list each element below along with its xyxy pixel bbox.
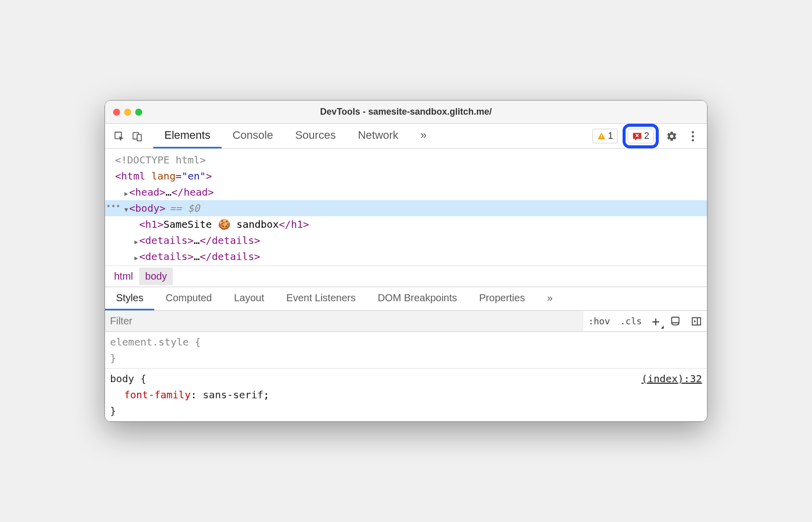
dom-doctype[interactable]: <!DOCTYPE html> (105, 152, 707, 168)
tab-sources[interactable]: Sources (284, 124, 347, 148)
tab-more[interactable]: » (410, 124, 438, 148)
more-menu-icon[interactable] (685, 128, 701, 144)
window-titlebar: DevTools - samesite-sandbox.glitch.me/ (105, 101, 707, 124)
styles-rules: element.style { } (index):32 body { font… (105, 332, 707, 421)
devtools-window: DevTools - samesite-sandbox.glitch.me/ E… (105, 100, 707, 422)
tab-computed[interactable]: Computed (154, 287, 223, 310)
tab-properties[interactable]: Properties (468, 287, 536, 310)
breadcrumb-body[interactable]: body (139, 268, 173, 285)
expand-arrow-icon[interactable]: ▶ (133, 253, 139, 263)
inspect-element-icon[interactable] (111, 128, 127, 144)
svg-rect-3 (601, 135, 602, 137)
svg-point-5 (692, 131, 694, 133)
main-tabs: Elements Console Sources Network » (153, 124, 590, 148)
traffic-lights (105, 109, 142, 116)
svg-point-7 (692, 139, 694, 141)
styles-tabs: Styles Computed Layout Event Listeners D… (105, 287, 707, 311)
dom-details-2[interactable]: ▶<details>…</details> (105, 248, 707, 265)
tab-console[interactable]: Console (222, 124, 284, 148)
maximize-window-button[interactable] (135, 109, 142, 116)
overflow-dots-icon[interactable]: ••• (106, 200, 121, 213)
dom-html-open[interactable]: <html lang="en"> (105, 168, 707, 184)
css-property-name[interactable]: font-family (124, 389, 190, 401)
styles-filter-row: :hov .cls +◢ (105, 311, 707, 332)
settings-icon[interactable] (664, 128, 680, 144)
rule-body[interactable]: (index):32 body { font-family: sans-seri… (105, 369, 707, 421)
css-property-value[interactable]: sans-serif (203, 389, 263, 401)
dom-body-open[interactable]: •••▼<body>== $0 (105, 200, 707, 216)
warnings-count: 1 (608, 131, 613, 141)
close-window-button[interactable] (113, 109, 120, 116)
tab-layout[interactable]: Layout (223, 287, 275, 310)
collapse-arrow-icon[interactable]: ▼ (123, 205, 129, 215)
tab-elements[interactable]: Elements (153, 124, 222, 148)
styles-filter-input[interactable] (105, 311, 583, 331)
expand-arrow-icon[interactable]: ▶ (123, 189, 129, 199)
svg-rect-9 (692, 317, 701, 325)
tab-event-listeners[interactable]: Event Listeners (275, 287, 367, 310)
dom-h1[interactable]: <h1>SameSite 🍪 sandbox</h1> (105, 216, 707, 232)
rule-source-link[interactable]: (index):32 (642, 371, 702, 387)
tab-styles[interactable]: Styles (105, 287, 154, 310)
svg-rect-8 (672, 317, 679, 322)
window-title: DevTools - samesite-sandbox.glitch.me/ (105, 107, 707, 117)
rule-element-style[interactable]: element.style { } (105, 332, 707, 369)
dom-details-1[interactable]: ▶<details>…</details> (105, 232, 707, 248)
selected-marker: == $0 (169, 202, 199, 214)
hov-toggle[interactable]: :hov (583, 311, 615, 331)
issues-badge[interactable]: 2 (628, 129, 654, 143)
toggle-computed-styles-icon[interactable] (665, 311, 686, 331)
svg-point-6 (692, 135, 694, 137)
device-toolbar-icon[interactable] (129, 128, 145, 144)
tab-network[interactable]: Network (347, 124, 410, 148)
breadcrumbs: html body (105, 266, 707, 287)
warnings-badge[interactable]: 1 (592, 129, 618, 143)
breadcrumb-html[interactable]: html (108, 268, 139, 285)
svg-rect-4 (601, 137, 602, 138)
tab-dom-breakpoints[interactable]: DOM Breakpoints (367, 287, 468, 310)
main-toolbar: Elements Console Sources Network » 1 2 (105, 124, 707, 149)
expand-arrow-icon[interactable]: ▶ (133, 237, 139, 247)
elements-dom-tree[interactable]: <!DOCTYPE html> <html lang="en"> ▶<head>… (105, 149, 707, 266)
minimize-window-button[interactable] (124, 109, 131, 116)
toolbar-right: 1 2 (592, 124, 701, 148)
cls-toggle[interactable]: .cls (615, 311, 647, 331)
svg-rect-2 (137, 134, 141, 141)
issues-count: 2 (644, 131, 649, 141)
issues-highlight: 2 (623, 124, 659, 148)
toggle-sidebar-icon[interactable] (686, 311, 707, 331)
new-style-rule-icon[interactable]: +◢ (647, 311, 665, 331)
dom-head[interactable]: ▶<head>…</head> (105, 184, 707, 200)
tab-more-styles[interactable]: » (536, 287, 564, 310)
